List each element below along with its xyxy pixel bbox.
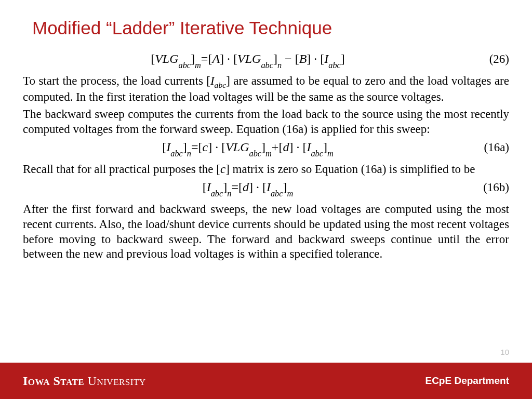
paragraph-1-a: To start the process, the load currents …	[23, 74, 210, 87]
slide-content: Modified “Ladder” Iterative Technique [V…	[0, 0, 532, 363]
paragraph-3-b: ] matrix is zero so Equation (16a) is si…	[225, 163, 475, 176]
equation-26: [VLGabc]m=[A] · [VLGabc]n − [B] · [Iabc]	[23, 52, 473, 69]
slide: Modified “Ladder” Iterative Technique [V…	[0, 0, 532, 399]
equation-16a-number: (16a)	[473, 141, 509, 154]
paragraph-1-symbol: I	[210, 74, 215, 87]
paragraph-2: The backward sweep computes the currents…	[23, 107, 509, 137]
paragraph-4: After the first forward and backward swe…	[23, 202, 509, 262]
footer-bar: Iowa State University ECpE Department	[0, 363, 532, 399]
paragraph-3: Recall that for all practical purposes t…	[23, 162, 509, 177]
slide-number: 10	[500, 348, 509, 356]
equation-16a-row: [Iabc]n=[c] · [VLGabc]m+[d] · [Iabc]m (1…	[23, 140, 509, 157]
paragraph-3-symbol: c	[220, 163, 225, 176]
paragraph-1-subscript: abc	[215, 80, 227, 89]
paragraph-1: To start the process, the load currents …	[23, 74, 509, 105]
equation-16a: [Iabc]n=[c] · [VLGabc]m+[d] · [Iabc]m	[23, 140, 473, 157]
university-iowa-state: Iowa State	[23, 374, 84, 388]
page-title: Modified “Ladder” Iterative Technique	[32, 18, 509, 38]
department-name: ECpE Department	[425, 375, 509, 387]
university-rest: University	[84, 374, 146, 388]
paragraph-3-a: Recall that for all practical purposes t…	[23, 163, 220, 176]
equation-26-number: (26)	[473, 52, 509, 66]
equation-26-row: [VLGabc]m=[A] · [VLGabc]n − [B] · [Iabc]…	[23, 52, 509, 69]
equation-16b-row: [Iabc]n=[d] · [Iabc]m (16b)	[23, 180, 509, 197]
equation-16b: [Iabc]n=[d] · [Iabc]m	[23, 180, 473, 197]
university-name: Iowa State University	[23, 374, 146, 388]
equation-16b-number: (16b)	[473, 181, 509, 194]
